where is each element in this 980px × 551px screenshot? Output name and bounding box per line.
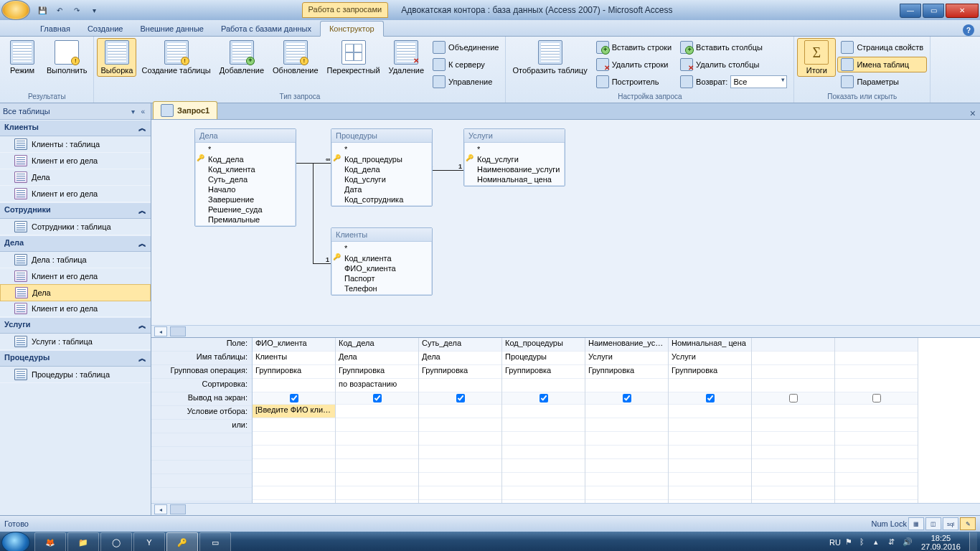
field-item[interactable]: ФИО_клиента: [331, 263, 432, 273]
qbe-cell[interactable]: [502, 379, 585, 392]
document-close-button[interactable]: ×: [966, 108, 980, 119]
qbe-show-cell[interactable]: [669, 392, 751, 405]
view-pivot-button[interactable]: ◫: [925, 517, 941, 530]
qbe-column[interactable]: [752, 338, 835, 503]
show-checkbox[interactable]: [623, 394, 631, 402]
tab-design[interactable]: Конструктор: [320, 21, 384, 37]
show-checkbox[interactable]: [872, 394, 881, 402]
nav-item[interactable]: Услуги : таблица: [0, 334, 151, 350]
qbe-cell[interactable]: Группировка: [585, 365, 668, 379]
table-window[interactable]: Процедуры*Код_процедурыКод_делаКод_услуг…: [331, 128, 433, 207]
qat-undo-icon[interactable]: ↶: [52, 2, 67, 18]
start-button[interactable]: [1, 532, 30, 551]
nav-menu-dropdown-icon[interactable]: ▾: [128, 108, 138, 116]
document-tab[interactable]: Запрос1: [153, 101, 217, 119]
office-button[interactable]: [1, 0, 30, 20]
tab-external-data[interactable]: Внешние данные: [132, 22, 212, 36]
qbe-criteria-cell[interactable]: [669, 405, 751, 418]
nav-item[interactable]: Дела: [0, 169, 151, 186]
qbe-cell[interactable]: Услуги: [669, 352, 751, 365]
qbe-cell[interactable]: ФИО_клиента: [253, 338, 335, 352]
qbe-cell[interactable]: [835, 365, 918, 379]
qbe-cell[interactable]: [419, 379, 501, 392]
passthrough-button[interactable]: К серверу: [429, 57, 502, 72]
tray-language[interactable]: RU: [829, 538, 841, 547]
qbe-cell[interactable]: Группировка: [253, 365, 335, 379]
view-button[interactable]: Режим: [3, 38, 42, 77]
qbe-cell[interactable]: [752, 352, 834, 365]
nav-item[interactable]: Дела : таблица: [0, 252, 151, 268]
field-item[interactable]: Дата: [331, 184, 432, 194]
diagram-hscroll[interactable]: ◂: [151, 325, 980, 337]
field-item[interactable]: Код_дела: [331, 164, 432, 174]
field-item[interactable]: Код_сотрудника: [331, 194, 432, 204]
taskbar-app-firefox[interactable]: 🦊: [34, 532, 66, 551]
taskbar-app-yandex[interactable]: Y: [133, 532, 165, 551]
taskbar-app-chrome[interactable]: ◯: [100, 532, 132, 551]
qbe-cell[interactable]: Наименование_услуги: [585, 338, 668, 352]
nav-group-header[interactable]: Дела︽: [0, 235, 151, 252]
view-design-button[interactable]: ✎: [960, 517, 976, 530]
table-window-title[interactable]: Процедуры: [331, 129, 432, 143]
nav-item[interactable]: Клиент и его дела: [0, 268, 151, 285]
qbe-column[interactable]: Код_делаДелаГруппировкапо возрастанию: [336, 338, 419, 503]
help-icon[interactable]: ?: [963, 24, 974, 36]
show-checkbox[interactable]: [290, 394, 298, 402]
tables-diagram-area[interactable]: 1∞ ∞1 1 Дела*Код_делаКод_клиентаСуть_дел…: [151, 120, 980, 325]
nav-group-header[interactable]: Клиенты︽: [0, 120, 151, 136]
qbe-cell[interactable]: Группировка: [419, 365, 501, 379]
update-button[interactable]: Обновление: [269, 38, 322, 77]
qbe-hscroll[interactable]: ◂: [151, 503, 980, 515]
qbe-criteria-cell[interactable]: [419, 405, 501, 418]
insert-rows-button[interactable]: Вставить строки: [593, 39, 675, 55]
show-checkbox[interactable]: [373, 394, 382, 402]
qbe-criteria-cell[interactable]: [585, 405, 668, 418]
select-query-button[interactable]: Выборка: [97, 38, 136, 77]
show-checkbox[interactable]: [456, 394, 465, 402]
taskbar-app-explorer[interactable]: 📁: [67, 532, 99, 551]
data-definition-button[interactable]: Управление: [429, 74, 502, 90]
qbe-cell[interactable]: Клиенты: [253, 352, 335, 365]
insert-columns-button[interactable]: Вставить столбцы: [677, 39, 791, 55]
table-window[interactable]: Клиенты*Код_клиентаФИО_клиентаПаспортТел…: [331, 227, 433, 296]
qbe-show-cell[interactable]: [502, 392, 585, 405]
field-item[interactable]: Премиальные: [195, 215, 296, 225]
qbe-cell[interactable]: по возрастанию: [336, 379, 418, 392]
qbe-column[interactable]: Код_процедурыПроцедурыГруппировка: [502, 338, 585, 503]
show-checkbox[interactable]: [789, 394, 798, 402]
qbe-cell[interactable]: Группировка: [502, 365, 585, 379]
qbe-column[interactable]: Суть_делаДелаГруппировка: [419, 338, 502, 503]
field-item[interactable]: Наименование_услуги: [464, 164, 565, 174]
window-close-button[interactable]: ✕: [946, 4, 979, 18]
tab-home[interactable]: Главная: [32, 22, 79, 36]
tab-create[interactable]: Создание: [79, 22, 132, 36]
union-button[interactable]: Объединение: [429, 39, 502, 55]
view-datasheet-button[interactable]: ▦: [908, 517, 924, 530]
qbe-columns[interactable]: ФИО_клиентаКлиентыГруппировка[Введите ФИ…: [253, 338, 980, 503]
qbe-show-cell[interactable]: [835, 392, 918, 405]
qbe-cell[interactable]: Группировка: [669, 365, 751, 379]
qbe-cell[interactable]: [835, 352, 918, 365]
nav-collapse-icon[interactable]: «: [138, 108, 148, 116]
delete-query-button[interactable]: Удаление: [385, 38, 428, 77]
nav-item[interactable]: Сотрудники : таблица: [0, 219, 151, 235]
field-item[interactable]: Начало: [195, 184, 296, 194]
field-item[interactable]: Код_процедуры: [331, 154, 432, 164]
make-table-button[interactable]: Создание таблицы: [138, 38, 214, 77]
qbe-cell[interactable]: [253, 379, 335, 392]
property-sheet-button[interactable]: Страница свойств: [837, 39, 927, 55]
table-names-button[interactable]: Имена таблиц: [837, 57, 927, 72]
qat-save-icon[interactable]: 💾: [34, 2, 50, 18]
qbe-criteria-cell[interactable]: [336, 405, 418, 418]
field-item[interactable]: Телефон: [331, 283, 432, 293]
field-item[interactable]: Суть_дела: [195, 174, 296, 184]
qbe-cell[interactable]: [752, 365, 834, 379]
field-item[interactable]: Паспорт: [331, 273, 432, 283]
qat-customize-icon[interactable]: ▾: [86, 2, 102, 18]
field-item[interactable]: *: [464, 144, 565, 154]
qbe-column[interactable]: ФИО_клиентаКлиентыГруппировка[Введите ФИ…: [253, 338, 336, 503]
field-item[interactable]: *: [195, 144, 296, 154]
nav-group-header[interactable]: Услуги︽: [0, 317, 151, 334]
qbe-show-cell[interactable]: [585, 392, 668, 405]
qbe-show-cell[interactable]: [336, 392, 418, 405]
